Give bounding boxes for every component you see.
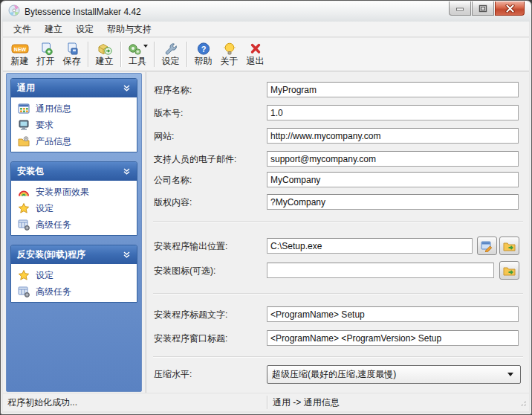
toolbar: NEW 新建 打开 保存 建立 bbox=[3, 38, 529, 71]
titlebar: Bytessence InstallMaker 4.42 bbox=[1, 1, 531, 22]
app-window: Bytessence InstallMaker 4.42 文件 建立 设定 帮助… bbox=[0, 0, 532, 415]
browse-icon-button[interactable] bbox=[499, 261, 519, 280]
new-button[interactable]: NEW 新建 bbox=[7, 39, 33, 69]
output-path-input[interactable] bbox=[267, 238, 473, 254]
sidebar-item-package-advanced-tasks[interactable]: 高级任务 bbox=[11, 216, 137, 233]
help-button[interactable]: ? 帮助 bbox=[190, 39, 216, 69]
open-document-icon bbox=[39, 41, 53, 56]
toolbar-separator bbox=[88, 42, 88, 67]
company-name-input[interactable] bbox=[267, 172, 519, 187]
edit-document-icon bbox=[481, 240, 494, 252]
browse-output-button[interactable] bbox=[499, 237, 519, 255]
save-document-icon bbox=[65, 41, 80, 56]
sidebar-splitter[interactable] bbox=[146, 72, 146, 393]
compression-label: 压缩水平: bbox=[154, 368, 192, 381]
toolbar-separator bbox=[186, 42, 187, 67]
build-button[interactable]: 建立 bbox=[91, 39, 117, 69]
sidebar-item-package-settings[interactable]: 设定 bbox=[11, 200, 137, 216]
install-icon-label: 安装图标(可选): bbox=[154, 265, 215, 277]
dropdown-arrow-icon bbox=[507, 373, 513, 376]
sidebar-section-install-package: 安装包 安装界面效果 设定 高级任 bbox=[10, 161, 137, 236]
copyright-input[interactable] bbox=[267, 194, 519, 210]
browse-folder-icon bbox=[503, 265, 516, 277]
website-input[interactable] bbox=[267, 128, 519, 144]
menu-help-support[interactable]: 帮助与支持 bbox=[100, 22, 158, 37]
separator bbox=[153, 293, 523, 294]
status-location: 通用 -> 通用信息 bbox=[273, 396, 340, 409]
tools-button[interactable]: 工具 bbox=[124, 39, 151, 69]
collapse-chevron-icon[interactable] bbox=[123, 84, 131, 92]
close-icon bbox=[505, 4, 515, 13]
collapse-chevron-icon[interactable] bbox=[123, 167, 131, 176]
new-badge-icon: NEW bbox=[10, 41, 30, 56]
monitor-icon bbox=[18, 119, 30, 131]
settings-button[interactable]: 设定 bbox=[158, 39, 184, 69]
sidebar-section-uninstaller: 反安装(卸载)程序 设定 高级任务 bbox=[10, 245, 137, 303]
sidebar-section-uninstaller-header[interactable]: 反安装(卸载)程序 bbox=[11, 245, 137, 264]
svg-text:NEW: NEW bbox=[13, 47, 26, 52]
compression-selected-value: 超级压缩(最好的压缩,速度最慢) bbox=[272, 368, 396, 381]
menu-build[interactable]: 建立 bbox=[38, 22, 69, 37]
help-question-icon: ? bbox=[196, 41, 211, 56]
close-button[interactable] bbox=[495, 1, 525, 16]
separator bbox=[153, 356, 523, 357]
maximize-button[interactable] bbox=[472, 1, 494, 16]
collapse-chevron-icon[interactable] bbox=[123, 251, 131, 259]
install-icon-input[interactable] bbox=[267, 263, 494, 278]
save-button[interactable]: 保存 bbox=[59, 39, 85, 69]
window-caption-input[interactable] bbox=[267, 330, 519, 346]
sidebar-item-uninstall-advanced-tasks[interactable]: 高级任务 bbox=[11, 283, 137, 300]
toolbar-separator bbox=[120, 42, 121, 67]
gears-icon bbox=[127, 41, 148, 56]
compression-select[interactable]: 超级压缩(最好的压缩,速度最慢) bbox=[267, 365, 521, 384]
separator bbox=[153, 221, 523, 222]
window-title: Bytessence InstallMaker 4.42 bbox=[25, 7, 141, 17]
star-icon bbox=[18, 269, 30, 281]
menu-file[interactable]: 文件 bbox=[7, 22, 38, 37]
statusbar-divider bbox=[267, 396, 267, 409]
sidebar-item-general-info[interactable]: 通用信息 bbox=[11, 100, 137, 117]
sidebar-item-requirements[interactable]: 要求 bbox=[11, 117, 137, 133]
table-gear-icon bbox=[18, 286, 30, 297]
app-icon bbox=[8, 4, 20, 19]
sidebar-item-uninstall-settings[interactable]: 设定 bbox=[11, 267, 137, 283]
lightbulb-icon bbox=[222, 41, 237, 56]
support-email-input[interactable] bbox=[267, 151, 519, 167]
output-path-label: 安装程序输出位置: bbox=[154, 240, 227, 253]
window-caption-label: 安装程序窗口标题: bbox=[154, 332, 227, 345]
form-panel: 程序名称: 版本号: 网站: 支持人员的电子邮件: 公司名称: 版权内容: 安装… bbox=[147, 72, 528, 393]
wrench-icon bbox=[163, 41, 178, 56]
statusbar: 程序初始化成功... 通用 -> 通用信息 bbox=[3, 393, 529, 411]
about-button[interactable]: 关于 bbox=[216, 39, 242, 69]
sidebar-item-product-info[interactable]: 产品信息 bbox=[11, 133, 137, 149]
dropdown-arrow-icon bbox=[143, 45, 148, 48]
minimize-button[interactable] bbox=[449, 1, 471, 16]
support-email-label: 支持人员的电子邮件: bbox=[154, 153, 236, 166]
exit-button[interactable]: 退出 bbox=[242, 39, 268, 69]
menu-settings[interactable]: 设定 bbox=[69, 22, 100, 37]
company-name-label: 公司名称: bbox=[154, 174, 192, 187]
installer-title-input[interactable] bbox=[267, 306, 519, 322]
minimize-icon bbox=[455, 4, 464, 12]
sidebar-section-general-header[interactable]: 通用 bbox=[11, 79, 137, 97]
grid-window-icon bbox=[18, 103, 30, 115]
open-button[interactable]: 打开 bbox=[33, 39, 59, 69]
copyright-label: 版权内容: bbox=[154, 196, 192, 209]
version-input[interactable] bbox=[267, 105, 519, 120]
resize-grip-icon[interactable] bbox=[519, 399, 528, 410]
exit-x-icon bbox=[248, 41, 263, 56]
website-label: 网站: bbox=[154, 130, 174, 143]
sidebar-item-install-ui-effects[interactable]: 安装界面效果 bbox=[11, 184, 137, 200]
edit-output-button[interactable] bbox=[477, 237, 497, 255]
version-label: 版本号: bbox=[154, 107, 183, 120]
installer-title-label: 安装程序标题文字: bbox=[154, 309, 227, 321]
sidebar-section-install-package-header[interactable]: 安装包 bbox=[11, 162, 137, 181]
browse-folder-icon bbox=[503, 240, 516, 252]
toolbar-separator bbox=[154, 42, 155, 67]
table-gear-icon bbox=[18, 219, 30, 231]
program-name-input[interactable] bbox=[267, 82, 519, 97]
svg-text:?: ? bbox=[201, 44, 206, 53]
sidebar-section-general: 通用 通用信息 要求 产品信息 bbox=[10, 78, 137, 152]
program-name-label: 程序名称: bbox=[154, 84, 192, 97]
sidebar: 通用 通用信息 要求 产品信息 bbox=[6, 73, 142, 392]
